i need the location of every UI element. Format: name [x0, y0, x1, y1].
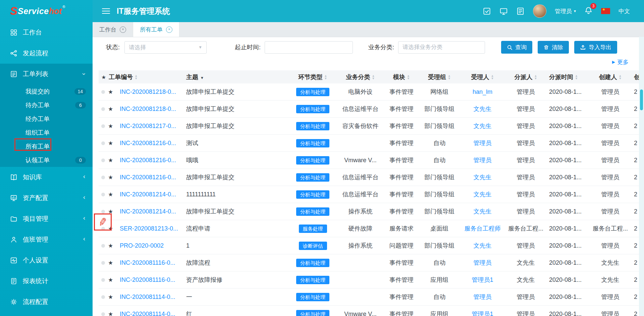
column-header[interactable]: 环节类型▲▼ [289, 70, 337, 83]
assignee-link[interactable]: 管理员 [474, 259, 492, 266]
sidebar-item[interactable]: 知识库› [0, 167, 93, 188]
sidebar-subitem[interactable]: 经办工单 [0, 112, 93, 126]
column-header[interactable]: ★工单编号▲▼ [99, 70, 183, 83]
favorite-star-icon[interactable]: ★ [108, 311, 113, 316]
ticket-id-link[interactable]: INC-2020081116-0... [120, 276, 175, 283]
assignee-link[interactable]: 管理员 [474, 140, 492, 146]
table-row[interactable]: ★PRO-2020-00021诊断评估操作系统问题管理部门领导组文先生管理员20… [99, 237, 639, 254]
sidebar-item[interactable]: 项目管理› [0, 208, 93, 229]
vertical-scrollbar[interactable] [639, 37, 644, 316]
favorite-star-icon[interactable]: ★ [108, 89, 113, 95]
brand-logo[interactable]: SServicehot® [0, 0, 93, 22]
approve-check-icon[interactable] [483, 7, 491, 15]
sidebar-item[interactable]: 个人设置 [0, 250, 93, 271]
ticket-id-link[interactable]: INC-2020081116-0... [120, 259, 175, 266]
assignee-link[interactable]: han_lm [473, 88, 492, 95]
sort-caret-icon[interactable]: ▼ [200, 76, 204, 80]
row-select-dot[interactable] [101, 107, 105, 111]
sidebar-item[interactable]: 值班管理› [0, 229, 93, 250]
table-row[interactable]: ★SER-2020081213-0...流程申请服务处理硬件故障服务请求桌面组服… [99, 220, 639, 237]
row-select-dot[interactable] [101, 193, 105, 196]
table-row[interactable]: ★INC-2020081116-0...资产故障报修分析与处理事件管理应用组管理… [99, 271, 639, 289]
scrollbar-thumb[interactable] [640, 89, 643, 110]
table-row[interactable]: ★INC-2020081216-0...测试分析与处理事件管理自动管理员管理员2… [99, 135, 639, 152]
sidebar-subitem[interactable]: 我提交的14 [0, 84, 93, 98]
assignee-link[interactable]: 文先生 [474, 208, 492, 215]
favorite-star-icon[interactable]: ★ [108, 123, 113, 129]
column-header[interactable]: 分派时间▲▼ [546, 70, 589, 83]
sidebar-item[interactable]: 发起流程 [0, 43, 93, 64]
table-row[interactable]: ★INC-2020081216-0...故障申报工单提交分析与处理信息运维平台事… [99, 169, 639, 186]
ticket-id-link[interactable]: INC-2020081216-0... [120, 140, 176, 146]
row-select-dot[interactable] [101, 244, 105, 248]
sort-arrows-icon[interactable]: ▲▼ [575, 75, 578, 80]
language-switcher[interactable]: 中文 [619, 7, 630, 15]
ticket-id-link[interactable]: PRO-2020-0002 [120, 242, 164, 249]
sort-arrows-icon[interactable]: ▲▼ [534, 75, 537, 80]
favorite-star-icon[interactable]: ★ [108, 243, 113, 249]
table-row[interactable]: ★INC-2020081214-0...1111111111分析与处理信息运维平… [99, 186, 639, 203]
assignee-link[interactable]: 管理员 [474, 157, 492, 164]
column-header[interactable]: 模块▲▼ [384, 70, 419, 83]
sort-arrows-icon[interactable]: ▲▼ [407, 75, 410, 80]
table-row[interactable]: ★INC-2020081114-0...一分析与处理事件管理自动管理员管理员20… [99, 289, 639, 306]
sidebar-item[interactable]: 报表统计 [0, 271, 93, 292]
row-select-dot[interactable] [101, 90, 105, 94]
ticket-id-link[interactable]: INC-2020081218-0... [120, 106, 176, 112]
china-flag-icon[interactable]: ★ [601, 8, 610, 14]
assignee-link[interactable]: 管理员1 [472, 276, 493, 283]
clear-button[interactable]: 清除 [538, 41, 569, 54]
ticket-id-link[interactable]: INC-2020081216-0... [120, 174, 176, 181]
row-select-dot[interactable] [101, 261, 105, 265]
sidebar-item[interactable]: 流程配置 [0, 292, 93, 312]
column-header[interactable]: 业务分类▲▼ [337, 70, 384, 83]
monitor-icon[interactable] [499, 7, 508, 15]
assignee-link[interactable]: 文先生 [474, 174, 492, 181]
table-row[interactable]: ★INC-2020081214-0...故障申报工单提交分析与处理操作系统事件管… [99, 203, 639, 220]
favorite-star-icon[interactable]: ★ [108, 106, 113, 112]
time-range-input[interactable] [265, 41, 353, 54]
favorite-star-icon[interactable]: ★ [108, 277, 113, 283]
assignee-link[interactable]: 服务台工程师 [465, 225, 501, 232]
row-select-dot[interactable] [101, 312, 105, 316]
sort-arrows-icon[interactable]: ▲▼ [619, 75, 622, 80]
close-icon[interactable]: × [120, 26, 126, 33]
favorite-star-icon[interactable]: ★ [108, 260, 113, 266]
user-avatar[interactable] [533, 4, 546, 18]
favorite-star-icon[interactable]: ★ [108, 174, 113, 181]
column-header[interactable]: 创 [631, 70, 639, 83]
row-select-dot[interactable] [101, 159, 105, 162]
column-header[interactable]: 主题▼ [183, 70, 289, 83]
assignee-link[interactable]: 文先生 [474, 242, 492, 249]
more-link[interactable]: ▶ 更多 [612, 58, 629, 66]
column-header[interactable]: 受理组▲▼ [419, 70, 460, 83]
table-row[interactable]: ★INC-2020081218-0...故障申报工单提交分析与处理信息运维平台事… [99, 101, 639, 118]
tab-workbench[interactable]: 工作台 × [93, 22, 133, 37]
tab-all-tickets[interactable]: 所有工单 × [133, 22, 179, 37]
sidebar-item[interactable]: 工单列表› [0, 64, 93, 84]
sort-arrows-icon[interactable]: ▲▼ [135, 75, 138, 80]
row-select-dot[interactable] [101, 295, 105, 299]
favorite-star-icon[interactable]: ★ [108, 140, 113, 146]
assignee-link[interactable]: 文先生 [474, 191, 492, 198]
row-select-dot[interactable] [101, 124, 105, 128]
hamburger-menu-icon[interactable] [102, 8, 110, 14]
sort-arrows-icon[interactable]: ▲▼ [372, 75, 375, 80]
sort-arrows-icon[interactable]: ▲▼ [448, 75, 451, 80]
sidebar-subitem[interactable]: 认领工单0 [0, 153, 93, 167]
row-select-dot[interactable] [101, 176, 105, 179]
status-select[interactable]: 请选择 ▼ [124, 41, 207, 54]
column-header[interactable]: 创建人▲▼ [589, 70, 631, 83]
ticket-id-link[interactable]: INC-2020081214-0... [120, 191, 176, 198]
favorite-star-icon[interactable]: ★ [108, 157, 113, 164]
assignee-link[interactable]: 文先生 [474, 106, 492, 112]
row-select-dot[interactable] [101, 210, 105, 213]
assignee-link[interactable]: 管理员 [474, 294, 492, 300]
column-header[interactable]: 受理人▲▼ [460, 70, 505, 83]
favorite-star-icon[interactable]: ★ [108, 191, 113, 198]
ticket-id-link[interactable]: INC-2020081114-0... [120, 294, 175, 300]
business-category-input[interactable] [398, 41, 485, 54]
table-row[interactable]: ★INC-2020081218-0...故障申报工单提交分析与处理电脑外设事件管… [99, 83, 639, 101]
import-export-button[interactable]: 导入导出 [574, 41, 617, 54]
assignee-link[interactable]: 管理员1 [472, 311, 493, 316]
